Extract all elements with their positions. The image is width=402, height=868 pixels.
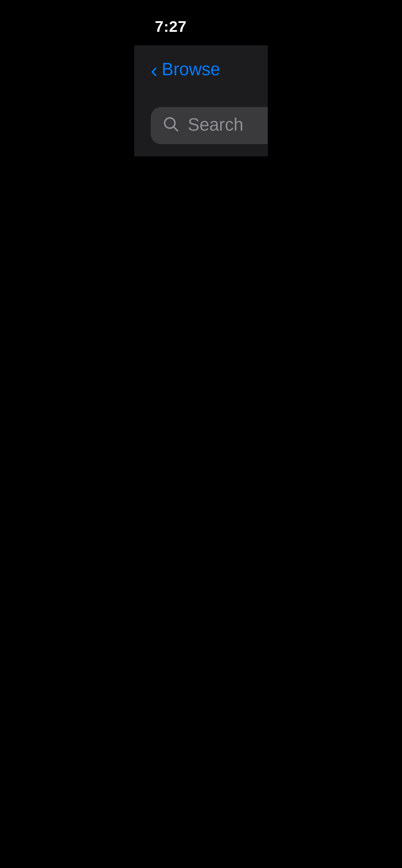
search-icon <box>163 116 179 135</box>
separator <box>134 157 268 165</box>
search-bar[interactable]: Search <box>151 107 268 144</box>
status-time: 7:27 <box>155 17 187 35</box>
search-placeholder: Search <box>188 115 243 136</box>
back-button[interactable]: ‹ Browse <box>151 60 220 80</box>
main-content: iCloud Drive iCloud Drive is loading... <box>134 165 268 289</box>
search-container: Search <box>134 99 268 157</box>
nav-bar: ‹ Browse iCloud Drive ••• <box>134 45 268 99</box>
chevron-left-icon: ‹ <box>151 59 158 80</box>
back-label: Browse <box>162 60 220 80</box>
status-bar: 7:27 <box>134 0 268 45</box>
